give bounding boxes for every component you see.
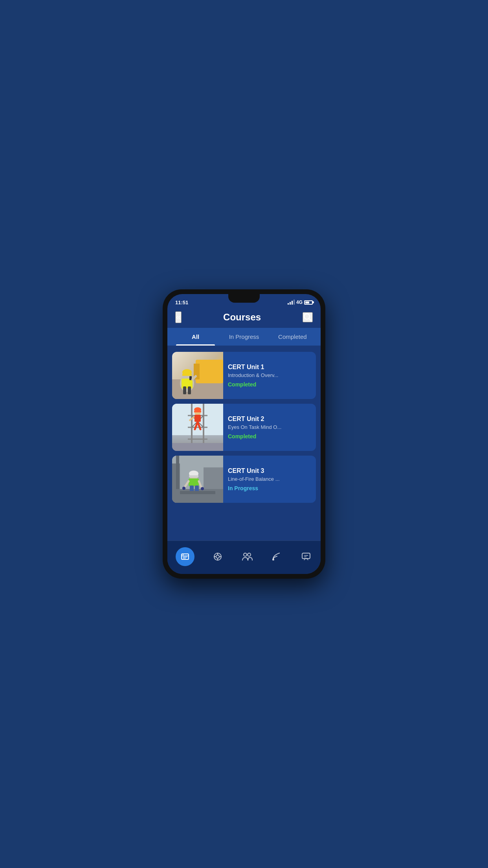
course-subtitle-cert1: Introduction & Overv...: [228, 372, 311, 378]
svg-rect-10: [183, 386, 186, 394]
course-image-cert3: [172, 456, 223, 503]
svg-rect-59: [302, 553, 310, 559]
search-icon: [303, 313, 312, 322]
course-image-cert1: [172, 352, 223, 399]
courses-nav-icon: [180, 552, 190, 562]
course-status-cert3: In Progress: [228, 485, 311, 491]
svg-point-56: [244, 553, 247, 556]
svg-rect-11: [188, 386, 191, 394]
network-label: 4G: [296, 300, 303, 305]
nav-item-chat[interactable]: [295, 548, 317, 565]
svg-point-42: [182, 487, 185, 490]
svg-rect-36: [189, 475, 198, 477]
app-header: « Courses: [167, 308, 321, 328]
svg-rect-28: [172, 443, 223, 451]
svg-point-43: [201, 487, 204, 490]
search-button[interactable]: [303, 312, 313, 322]
svg-rect-49: [183, 558, 186, 559]
course-info-cert1: CERT Unit 1 Introduction & Overv... Comp…: [223, 352, 316, 399]
bottom-navigation: [167, 541, 321, 574]
nav-item-team[interactable]: [236, 548, 258, 565]
chat-nav-icon: [301, 552, 311, 562]
phone-notch: [228, 294, 260, 303]
tabs-bar: All In Progress Completed: [167, 328, 321, 346]
cert1-illustration: [172, 352, 223, 399]
courses-list: CERT Unit 1 Introduction & Overv... Comp…: [167, 346, 321, 541]
course-title-cert3: CERT Unit 3: [228, 467, 311, 474]
svg-rect-37: [189, 478, 199, 486]
back-button[interactable]: «: [175, 311, 182, 323]
svg-point-47: [183, 554, 183, 555]
course-title-cert1: CERT Unit 1: [228, 364, 311, 371]
signal-icon: [288, 300, 295, 305]
cert3-illustration: [172, 456, 223, 503]
svg-rect-48: [183, 557, 187, 557]
team-nav-icon: [242, 552, 253, 562]
course-image-cert2: [172, 404, 223, 451]
svg-rect-8: [182, 374, 192, 376]
nav-item-courses[interactable]: [171, 545, 199, 568]
phone-frame: 11:51 4G « Courses: [163, 289, 325, 579]
tab-in-progress[interactable]: In Progress: [220, 328, 268, 346]
status-right: 4G: [288, 300, 313, 305]
tab-all[interactable]: All: [171, 328, 220, 346]
feed-nav-icon: [272, 552, 282, 562]
phone-screen: 11:51 4G « Courses: [167, 294, 321, 574]
course-card-cert3[interactable]: CERT Unit 3 Line-of-Fire Balance ... In …: [172, 456, 316, 503]
course-title-cert2: CERT Unit 2: [228, 416, 311, 423]
course-card-cert1[interactable]: CERT Unit 1 Introduction & Overv... Comp…: [172, 352, 316, 399]
cert2-illustration: [172, 404, 223, 451]
course-info-cert3: CERT Unit 3 Line-of-Fire Balance ... In …: [223, 456, 316, 503]
status-time: 11:51: [175, 300, 188, 305]
svg-point-51: [216, 555, 219, 558]
nav-item-learn[interactable]: [207, 548, 229, 565]
course-subtitle-cert2: Eyes On Task Mind O...: [228, 424, 311, 430]
course-status-cert1: Completed: [228, 381, 311, 388]
svg-rect-3: [196, 360, 223, 383]
svg-rect-27: [194, 411, 201, 412]
svg-point-57: [248, 553, 251, 556]
tab-completed[interactable]: Completed: [268, 328, 317, 346]
page-title: Courses: [223, 312, 261, 323]
svg-rect-22: [194, 415, 201, 422]
course-subtitle-cert3: Line-of-Fire Balance ...: [228, 476, 311, 482]
svg-rect-44: [180, 491, 215, 494]
course-status-cert2: Completed: [228, 433, 311, 440]
svg-line-1: [309, 319, 311, 321]
course-card-cert2[interactable]: CERT Unit 2 Eyes On Task Mind O... Compl…: [172, 404, 316, 451]
nav-item-feed[interactable]: [266, 548, 288, 565]
battery-icon: [304, 300, 313, 305]
course-info-cert2: CERT Unit 2 Eyes On Task Mind O... Compl…: [223, 404, 316, 451]
learn-nav-icon: [213, 552, 223, 562]
svg-point-58: [272, 559, 274, 561]
